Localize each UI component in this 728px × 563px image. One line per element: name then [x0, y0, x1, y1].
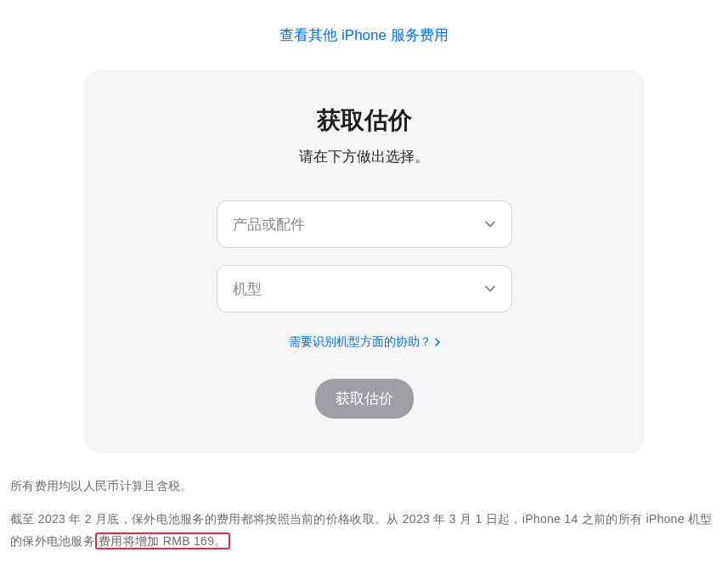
chevron-down-icon	[484, 283, 496, 295]
other-iphone-fees-link[interactable]: 查看其他 iPhone 服务费用	[279, 27, 448, 43]
product-or-accessory-selector[interactable]: 产品或配件	[217, 200, 512, 248]
help-link-text: 需要识别机型方面的协助？	[289, 335, 432, 350]
price-increase-highlight: 费用将增加 RMB 169。	[95, 532, 229, 549]
top-link-container: 查看其他 iPhone 服务费用	[0, 0, 728, 62]
identify-model-help-link[interactable]: 需要识别机型方面的协助？	[289, 329, 440, 379]
get-estimate-button[interactable]: 获取估价	[315, 379, 414, 419]
chevron-down-icon	[484, 218, 496, 230]
price-change-note: 截至 2023 年 2 月底，保外电池服务的费用都将按照当前的价格收取。从 20…	[10, 508, 718, 553]
estimate-panel: 获取估价 请在下方做出选择。 产品或配件 机型 需要识别机型方面的协助？ 获取估…	[84, 70, 645, 453]
model-selector[interactable]: 机型	[217, 265, 512, 312]
panel-title: 获取估价	[135, 104, 594, 137]
tax-note: 所有费用均以人民币计算且含税。	[10, 475, 718, 498]
selector-placeholder: 机型	[233, 279, 484, 299]
selector-placeholder: 产品或配件	[233, 215, 484, 234]
footnotes: 所有费用均以人民币计算且含税。 截至 2023 年 2 月底，保外电池服务的费用…	[0, 453, 728, 563]
chevron-right-icon	[435, 338, 440, 346]
panel-subtitle: 请在下方做出选择。	[135, 147, 594, 166]
